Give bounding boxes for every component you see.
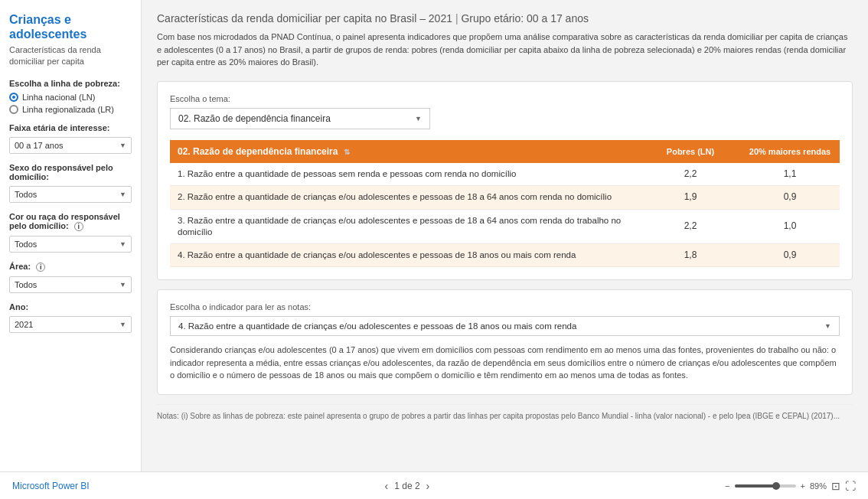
race-dropdown[interactable]: Todos ▼ (9, 236, 132, 253)
table-cell-description: 3. Razão entre a quantidade de crianças … (170, 209, 641, 243)
indicator-label: Escolha o indicador para ler as notas: (170, 302, 840, 311)
year-dropdown[interactable]: 2021 ▼ (9, 316, 132, 333)
zoom-plus-icon[interactable]: + (801, 481, 805, 491)
table-cell-maiores: 0,9 (740, 243, 840, 267)
zoom-slider[interactable] (735, 484, 796, 488)
radio-circle-regionalizada (9, 105, 18, 114)
sex-arrow-icon: ▼ (119, 191, 126, 198)
race-arrow-icon: ▼ (119, 240, 126, 248)
year-label: Ano: (9, 302, 132, 311)
notes-text: Notas: (i) Sobre as linhas de pobreza: e… (157, 412, 840, 420)
year-arrow-icon: ▼ (119, 321, 126, 328)
theme-dropdown[interactable]: 02. Razão de dependência financeira ▼ (170, 108, 430, 129)
theme-arrow-icon: ▼ (415, 115, 422, 122)
indicator-description: Considerando crianças e/ou adolescentes … (170, 344, 840, 382)
header-age-group: Grupo etário: 00 a 17 anos (461, 12, 589, 24)
radio-label-nacional: Linha nacional (LN) (22, 93, 95, 102)
table-cell-maiores: 1,0 (740, 209, 840, 243)
area-info-icon[interactable]: i (36, 263, 45, 272)
table-cell-description: 2. Razão entre a quantidade de crianças … (170, 186, 641, 210)
table-row: 4. Razão entre a quantidade de crianças … (170, 243, 840, 267)
theme-selected: 02. Razão de dependência financeira (178, 113, 331, 124)
radio-linha-regionalizada[interactable]: Linha regionalizada (LR) (9, 105, 132, 114)
table-row: 2. Razão entre a quantidade de crianças … (170, 186, 840, 210)
year-value: 2021 (15, 320, 33, 329)
sort-icon: ⇅ (344, 148, 350, 156)
table-row: 3. Razão entre a quantidade de crianças … (170, 209, 840, 243)
poverty-line-group: Linha nacional (LN) Linha regionalizada … (9, 93, 132, 114)
bottom-center: ‹ 1 de 2 › (385, 480, 430, 492)
bottom-left: Microsoft Power BI (12, 481, 90, 491)
indicator-dropdown[interactable]: 4. Razão entre a quantidade de crianças … (170, 316, 840, 336)
table-cell-description: 1. Razão entre a quantidade de pessoas s… (170, 163, 641, 186)
sidebar: Crianças e adolescentes Características … (0, 0, 142, 471)
indicator-card: Escolha o indicador para ler as notas: 4… (157, 289, 853, 395)
poverty-line-label: Escolha a linha de pobreza: (9, 79, 132, 88)
indicator-selected: 4. Razão entre a quantidade de crianças … (178, 321, 576, 331)
main-content: Características da renda domiciliar per … (142, 0, 868, 471)
notes-section: Notas: (i) Sobre as linhas de pobreza: e… (157, 404, 853, 422)
age-range-dropdown[interactable]: 00 a 17 anos ▼ (9, 137, 132, 154)
powerbi-link[interactable]: Microsoft Power BI (12, 481, 90, 491)
area-value: Todos (15, 280, 37, 289)
sidebar-subtitle: Características da renda domiciliar per … (9, 44, 132, 67)
table-cell-maiores: 1,1 (740, 163, 840, 186)
prev-page-button[interactable]: ‹ (385, 480, 389, 492)
radio-circle-nacional (9, 93, 18, 102)
sex-value: Todos (15, 190, 37, 199)
radio-label-regionalizada: Linha regionalizada (LR) (22, 105, 114, 114)
zoom-minus-icon[interactable]: − (725, 481, 729, 491)
sex-dropdown[interactable]: Todos ▼ (9, 186, 132, 203)
table-col-header-1: 02. Razão de dependência financeira ⇅ (170, 140, 641, 163)
fit-page-icon[interactable]: ⊡ (831, 480, 840, 492)
table-cell-pobres: 2,2 (641, 209, 740, 243)
age-range-label: Faixa etária de interesse: (9, 123, 132, 132)
page-info: 1 de 2 (394, 481, 419, 491)
table-col-header-3: 20% maiores rendas (740, 140, 840, 163)
header-title: Características da renda domiciliar per … (157, 12, 452, 24)
table-col-header-2: Pobres (LN) (641, 140, 740, 163)
page-description: Com base nos microdados da PNAD Contínua… (157, 31, 853, 69)
sex-label: Sexo do responsável pelo domicílio: (9, 163, 132, 181)
table-cell-pobres: 1,9 (641, 186, 740, 210)
race-label: Cor ou raça do responsável pelo domicíli… (9, 212, 132, 231)
zoom-thumb (772, 482, 780, 490)
area-label: Área: i (9, 262, 132, 272)
zoom-level: 89% (810, 481, 827, 491)
age-range-arrow-icon: ▼ (119, 142, 126, 149)
area-arrow-icon: ▼ (119, 281, 126, 289)
table-row: 1. Razão entre a quantidade de pessoas s… (170, 163, 840, 186)
page-header: Características da renda domiciliar per … (157, 12, 853, 24)
theme-card: Escolha o tema: 02. Razão de dependência… (157, 81, 853, 281)
radio-linha-nacional[interactable]: Linha nacional (LN) (9, 93, 132, 102)
next-page-button[interactable]: › (426, 480, 430, 492)
bottom-bar: Microsoft Power BI ‹ 1 de 2 › − + 89% ⊡ … (0, 471, 868, 499)
theme-label: Escolha o tema: (170, 94, 840, 103)
table-cell-pobres: 1,8 (641, 243, 740, 267)
table-cell-maiores: 0,9 (740, 186, 840, 210)
age-range-value: 00 a 17 anos (15, 141, 64, 150)
race-info-icon[interactable]: i (74, 222, 83, 231)
indicator-arrow-icon: ▼ (824, 322, 831, 330)
fullscreen-icon[interactable]: ⛶ (845, 480, 856, 492)
table-cell-pobres: 2,2 (641, 163, 740, 186)
sidebar-title: Crianças e adolescentes (9, 12, 132, 41)
area-dropdown[interactable]: Todos ▼ (9, 276, 132, 293)
zoom-slider-fill (735, 484, 775, 488)
data-table: 02. Razão de dependência financeira ⇅ Po… (170, 140, 840, 268)
race-value: Todos (15, 240, 37, 249)
table-cell-description: 4. Razão entre a quantidade de crianças … (170, 243, 641, 267)
bottom-right: − + 89% ⊡ ⛶ (725, 480, 856, 492)
